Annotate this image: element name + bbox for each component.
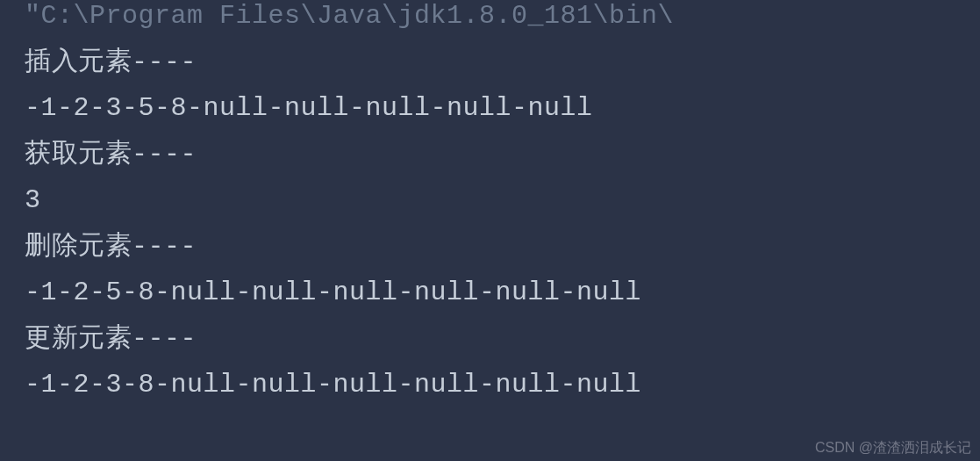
- execution-path: "C:\Program Files\Java\jdk1.8.0_181\bin\: [25, 0, 955, 40]
- output-line: -1-2-3-5-8-null-null-null-null-null: [25, 85, 955, 132]
- console-output: "C:\Program Files\Java\jdk1.8.0_181\bin\…: [0, 0, 980, 408]
- output-line: 更新元素----: [25, 316, 955, 363]
- output-line: -1-2-3-8-null-null-null-null-null-null: [25, 362, 955, 408]
- output-line: 删除元素----: [25, 224, 955, 270]
- output-line: -1-2-5-8-null-null-null-null-null-null: [25, 270, 955, 316]
- output-line: 3: [25, 177, 955, 224]
- output-line: 获取元素----: [25, 132, 955, 178]
- watermark-text: CSDN @渣渣洒泪成长记: [815, 439, 971, 457]
- output-line: 插入元素----: [25, 40, 955, 86]
